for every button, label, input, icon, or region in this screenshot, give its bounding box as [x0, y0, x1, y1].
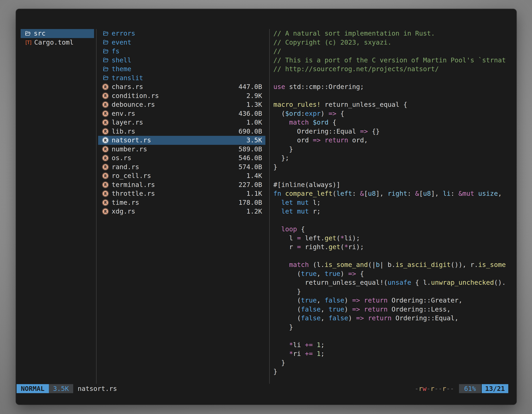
entry-size: 1.0K — [246, 118, 262, 127]
folder-row[interactable]: fs — [98, 47, 265, 56]
code-line: r = right.get(*ri); — [273, 243, 515, 251]
code-line: l = left.get(*li); — [273, 234, 515, 243]
code-line — [273, 74, 515, 83]
rust-file-icon: R — [103, 209, 110, 214]
entry-name: ro_cell.rs — [112, 171, 151, 180]
file-row[interactable]: Rnatsort.rs3.5K — [98, 136, 265, 145]
file-size-badge: 3.5K — [49, 384, 73, 393]
code-line: ($ord:expr) => { — [273, 109, 515, 118]
file-row[interactable]: Ros.rs546.0B — [98, 154, 265, 163]
file-permissions: -rw-r--r-- — [415, 384, 454, 393]
code-line: *li += 1; — [273, 341, 515, 350]
entry-name: debounce.rs — [112, 100, 155, 109]
desktop-background: src[T]Cargo.toml errorseventfsshelltheme… — [0, 0, 532, 414]
file-row[interactable]: Rtime.rs178.0B — [98, 198, 265, 207]
entry-size: 447.0B — [238, 82, 262, 91]
entry-name: layer.rs — [112, 118, 143, 127]
entry-name: theme — [112, 65, 131, 74]
rust-file-icon: R — [103, 146, 110, 152]
code-line: use std::cmp::Ordering; — [273, 82, 515, 91]
folder-row[interactable]: translit — [98, 74, 265, 83]
file-row[interactable]: Rlib.rs690.0B — [98, 127, 265, 136]
code-line: macro_rules! return_unless_equal { — [273, 100, 515, 109]
entry-name: natsort.rs — [112, 136, 151, 145]
code-line: // This is a port of the C version of Ma… — [273, 56, 515, 65]
rust-file-icon: R — [103, 200, 110, 205]
entry-size: 574.0B — [238, 163, 262, 172]
code-line: fn compare_left(left: &[u8], right: &[u8… — [273, 189, 515, 198]
folder-icon — [25, 30, 32, 37]
code-line — [273, 332, 515, 341]
parent-pane: src[T]Cargo.toml — [21, 29, 94, 47]
code-line: }; — [273, 154, 515, 163]
folder-row[interactable]: event — [98, 38, 265, 47]
code-line: } — [273, 323, 515, 332]
file-row[interactable]: Rcondition.rs2.9K — [98, 91, 265, 100]
rust-file-icon: R — [103, 120, 110, 125]
rust-file-icon: R — [103, 164, 110, 170]
code-line — [273, 171, 515, 180]
entry-size: 3.5K — [246, 136, 262, 145]
code-line: *ri += 1; — [273, 349, 515, 358]
folder-row[interactable]: theme — [98, 65, 265, 74]
entry-name: lib.rs — [112, 127, 135, 136]
rust-file-icon: R — [103, 111, 110, 116]
code-line: loop { — [273, 225, 515, 234]
preview-pane: // A natural sort implementation in Rust… — [273, 29, 515, 376]
entry-name: xdg.rs — [112, 207, 135, 216]
code-line: #[inline(always)] — [273, 180, 515, 189]
entry-size: 1.2K — [246, 207, 262, 216]
entry-name: Cargo.toml — [34, 38, 74, 47]
file-row[interactable]: Rthrottle.rs1.1K — [98, 189, 265, 198]
entry-size: 690.0B — [238, 127, 262, 136]
current-pane: errorseventfsshellthemetranslitRchars.rs… — [98, 29, 265, 216]
file-row[interactable]: Rterminal.rs227.0B — [98, 180, 265, 189]
code-line: let mut l; — [273, 198, 515, 207]
pane-separator-right — [269, 29, 270, 384]
entry-name: time.rs — [112, 198, 139, 207]
file-row[interactable]: Rrand.rs574.0B — [98, 163, 265, 172]
folder-row[interactable]: shell — [98, 56, 265, 65]
entry-name: chars.rs — [112, 82, 143, 91]
rust-file-icon: R — [103, 155, 110, 161]
folder-icon — [103, 48, 110, 54]
file-row[interactable]: Rchars.rs447.0B — [98, 82, 265, 91]
rust-file-icon: R — [103, 173, 110, 179]
status-bar: NORMAL 3.5K natsort.rs -rw-r--r-- 61% 13… — [17, 384, 508, 393]
code-line: ord => return ord, — [273, 136, 515, 145]
entry-name: throttle.rs — [112, 189, 155, 198]
entry-name: translit — [112, 74, 143, 83]
code-line — [273, 91, 515, 100]
code-line: return_unless_equal!(unsafe { l.unwrap_u… — [273, 278, 515, 287]
entry-name: shell — [112, 56, 131, 65]
cursor-position-badge: 13/21 — [482, 384, 508, 393]
rust-file-icon: R — [103, 137, 110, 143]
file-row[interactable]: Rro_cell.rs1.4K — [98, 171, 265, 180]
code-line: } — [273, 145, 515, 154]
folder-row[interactable]: src — [21, 29, 94, 38]
code-line — [273, 216, 515, 225]
rust-file-icon: R — [103, 84, 110, 90]
entry-size: 589.0B — [238, 145, 262, 154]
code-line: // http://sourcefrog.net/projects/natsor… — [273, 65, 515, 74]
code-line: (false, true) => return Ordering::Less, — [273, 305, 515, 314]
file-row[interactable]: Rdebounce.rs1.3K — [98, 100, 265, 109]
pane-separator-left — [96, 29, 96, 384]
file-row[interactable]: Rnumber.rs589.0B — [98, 145, 265, 154]
rust-file-icon: R — [103, 182, 110, 188]
folder-icon — [103, 57, 110, 63]
file-row[interactable]: Rxdg.rs1.2K — [98, 207, 265, 216]
file-row[interactable]: Renv.rs436.0B — [98, 109, 265, 118]
rust-file-icon: R — [103, 129, 110, 134]
entry-name: os.rs — [112, 154, 131, 163]
folder-row[interactable]: errors — [98, 29, 265, 38]
entry-size: 1.1K — [246, 189, 262, 198]
file-row[interactable]: [T]Cargo.toml — [21, 38, 94, 47]
folder-icon — [103, 30, 110, 37]
code-line: match (l.is_some_and(|b| b.is_ascii_digi… — [273, 260, 515, 270]
entry-size: 1.3K — [246, 100, 262, 109]
rust-file-icon: R — [103, 102, 110, 107]
file-row[interactable]: Rlayer.rs1.0K — [98, 118, 265, 127]
mode-badge: NORMAL — [17, 384, 49, 393]
rust-file-icon: R — [103, 191, 110, 196]
